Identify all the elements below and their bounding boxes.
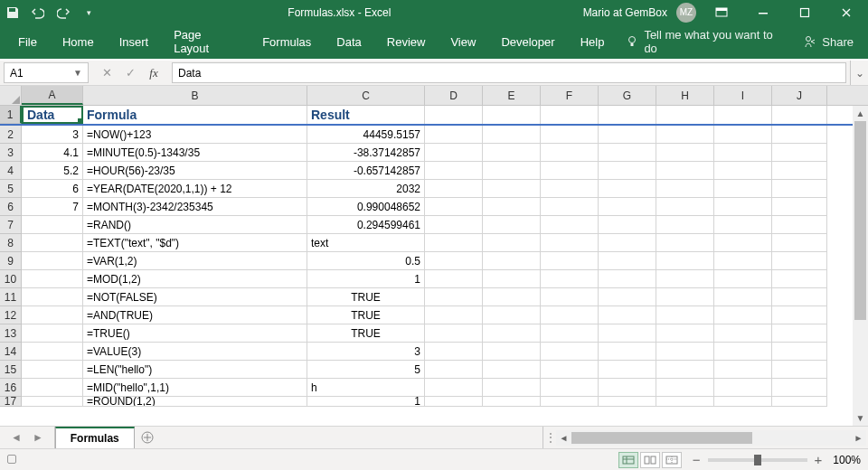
cell[interactable] — [656, 180, 714, 198]
cell[interactable]: 44459.5157 — [307, 126, 425, 144]
cell[interactable] — [772, 198, 827, 216]
select-all-button[interactable] — [0, 86, 22, 105]
cell[interactable]: Data — [22, 106, 83, 124]
row-header[interactable]: 8 — [0, 234, 22, 252]
cell[interactable] — [22, 306, 83, 324]
tab-file[interactable]: File — [7, 28, 48, 56]
cell[interactable] — [599, 252, 656, 270]
scroll-right-icon[interactable]: ► — [851, 433, 866, 443]
row-header[interactable]: 14 — [0, 343, 22, 361]
tab-help[interactable]: Help — [570, 28, 616, 56]
cell[interactable] — [541, 198, 599, 216]
cell[interactable] — [772, 180, 827, 198]
cell[interactable] — [599, 270, 656, 288]
cell[interactable] — [483, 162, 541, 180]
tab-home[interactable]: Home — [52, 28, 105, 56]
cell[interactable] — [425, 343, 483, 361]
share-button[interactable]: Share — [797, 30, 861, 54]
cell[interactable] — [656, 234, 714, 252]
cell[interactable] — [656, 216, 714, 234]
cell[interactable] — [714, 324, 772, 343]
cell[interactable] — [772, 234, 827, 252]
cell[interactable]: text — [307, 234, 425, 252]
row-header[interactable]: 10 — [0, 270, 22, 288]
cell[interactable] — [599, 397, 656, 407]
cell[interactable]: TRUE — [307, 324, 425, 343]
save-icon[interactable] — [5, 5, 20, 20]
cell[interactable]: -0.657142857 — [307, 162, 425, 180]
cell[interactable] — [599, 126, 656, 144]
cell[interactable] — [599, 306, 656, 324]
cell[interactable] — [541, 252, 599, 270]
view-page-break-button[interactable] — [662, 452, 682, 468]
cell[interactable]: 0.990048652 — [307, 198, 425, 216]
avatar[interactable]: MZ — [676, 3, 696, 23]
cell[interactable] — [599, 162, 656, 180]
cell[interactable]: =MINUTE(0.5)-1343/35 — [83, 144, 307, 162]
column-header-A[interactable]: A — [22, 86, 83, 105]
cell[interactable] — [772, 126, 827, 144]
column-header-F[interactable]: F — [541, 86, 599, 105]
cell[interactable] — [656, 126, 714, 144]
column-header-H[interactable]: H — [656, 86, 714, 105]
row-header[interactable]: 3 — [0, 144, 22, 162]
cell[interactable] — [772, 106, 827, 124]
cell[interactable]: =TEXT("text", "$d") — [83, 234, 307, 252]
cell[interactable]: 0.5 — [307, 252, 425, 270]
cell[interactable]: =LEN("hello") — [83, 361, 307, 379]
cell[interactable] — [541, 288, 599, 306]
cell[interactable] — [714, 180, 772, 198]
row-header[interactable]: 15 — [0, 361, 22, 379]
cell[interactable] — [22, 288, 83, 306]
cell[interactable] — [772, 379, 827, 397]
formula-input[interactable]: Data — [172, 62, 846, 83]
cell[interactable] — [541, 397, 599, 407]
zoom-out-button[interactable]: − — [693, 452, 701, 467]
cell[interactable] — [22, 397, 83, 407]
cell[interactable] — [714, 144, 772, 162]
zoom-in-button[interactable]: + — [815, 452, 823, 467]
row-header[interactable]: 6 — [0, 198, 22, 216]
cell[interactable] — [483, 397, 541, 407]
cell[interactable]: -38.37142857 — [307, 144, 425, 162]
cell[interactable]: =NOW()+123 — [83, 126, 307, 144]
cell[interactable] — [714, 270, 772, 288]
cell[interactable]: =TRUE() — [83, 324, 307, 343]
cell[interactable] — [656, 379, 714, 397]
cell[interactable]: 3 — [307, 343, 425, 361]
tab-review[interactable]: Review — [376, 28, 437, 56]
cell[interactable] — [714, 198, 772, 216]
column-header-B[interactable]: B — [83, 86, 307, 105]
cell[interactable] — [656, 306, 714, 324]
row-header[interactable]: 4 — [0, 162, 22, 180]
cell[interactable] — [656, 162, 714, 180]
cell[interactable] — [772, 361, 827, 379]
cell[interactable]: Result — [307, 106, 425, 124]
close-button[interactable] — [830, 0, 863, 24]
cell[interactable] — [714, 288, 772, 306]
sheet-tab-active[interactable]: Formulas — [55, 427, 135, 448]
cell[interactable] — [425, 198, 483, 216]
cell[interactable] — [599, 216, 656, 234]
cell[interactable] — [22, 343, 83, 361]
cell[interactable]: 4.1 — [22, 144, 83, 162]
row-header[interactable]: 2 — [0, 126, 22, 144]
cell[interactable]: =ROUND(1,2) — [83, 397, 307, 407]
cell[interactable] — [425, 288, 483, 306]
horizontal-scrollbar[interactable]: ⋮ ◄ ► — [542, 427, 868, 448]
cell[interactable] — [656, 397, 714, 407]
qat-customize-icon[interactable]: ▾ — [81, 5, 96, 20]
cell[interactable] — [483, 144, 541, 162]
cell[interactable]: TRUE — [307, 288, 425, 306]
cell[interactable] — [541, 379, 599, 397]
cell[interactable] — [714, 397, 772, 407]
cell[interactable] — [772, 306, 827, 324]
cell[interactable] — [22, 216, 83, 234]
name-box[interactable]: A1 ▼ — [4, 62, 89, 83]
cell[interactable] — [541, 306, 599, 324]
cell[interactable] — [656, 288, 714, 306]
cell[interactable] — [483, 234, 541, 252]
tab-page-layout[interactable]: Page Layout — [163, 21, 248, 62]
cell[interactable] — [425, 252, 483, 270]
cell[interactable]: =MONTH(3)-2342/235345 — [83, 198, 307, 216]
